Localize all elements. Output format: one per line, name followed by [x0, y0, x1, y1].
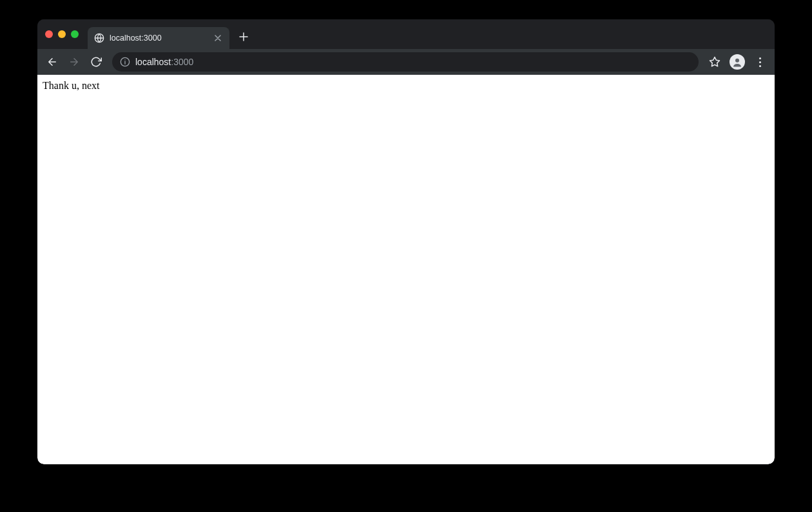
toolbar: localhost:3000 — [37, 49, 775, 75]
browser-window: localhost:3000 — [37, 19, 775, 464]
page-body-text: Thank u, next — [43, 80, 99, 91]
page-viewport: Thank u, next — [37, 75, 775, 464]
tab-bar: localhost:3000 — [37, 19, 775, 49]
kebab-icon — [759, 57, 761, 67]
minimize-window-button[interactable] — [58, 30, 66, 38]
reload-button[interactable] — [86, 52, 106, 72]
svg-point-6 — [735, 59, 739, 63]
forward-button[interactable] — [64, 52, 84, 72]
close-window-button[interactable] — [45, 30, 53, 38]
browser-tab[interactable]: localhost:3000 — [88, 27, 229, 49]
url-host: localhost — [135, 57, 171, 67]
close-tab-button[interactable] — [213, 33, 223, 43]
bookmark-button[interactable] — [705, 52, 724, 72]
new-tab-button[interactable] — [235, 28, 253, 46]
url-rest: :3000 — [171, 57, 193, 67]
profile-avatar[interactable] — [730, 54, 745, 70]
tab-title: localhost:3000 — [110, 34, 213, 43]
svg-marker-4 — [710, 57, 720, 66]
globe-icon — [94, 33, 104, 43]
window-controls — [45, 30, 79, 38]
maximize-window-button[interactable] — [71, 30, 79, 38]
address-bar[interactable]: localhost:3000 — [112, 52, 699, 72]
svg-point-3 — [124, 59, 125, 60]
url-text: localhost:3000 — [135, 57, 691, 67]
menu-button[interactable] — [750, 52, 769, 72]
back-button[interactable] — [43, 52, 62, 72]
info-icon[interactable] — [120, 57, 130, 67]
